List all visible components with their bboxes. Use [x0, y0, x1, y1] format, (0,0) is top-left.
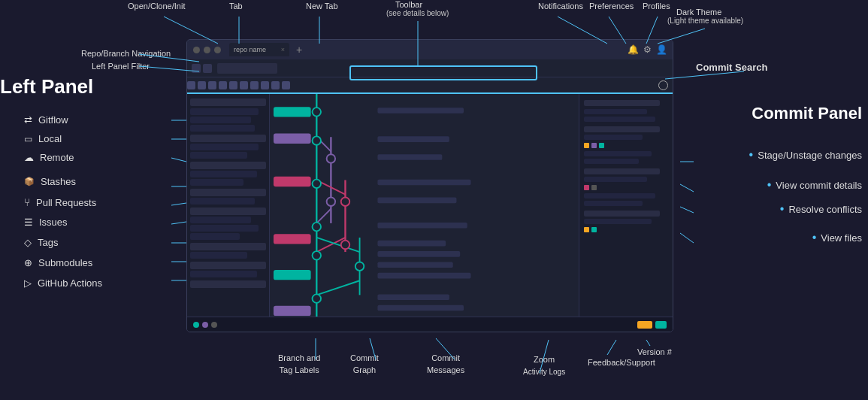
toolbar-btn-3[interactable] — [208, 81, 216, 89]
left-panel-title: Left Panel — [0, 75, 93, 98]
svg-point-48 — [313, 180, 321, 188]
status-bar — [187, 317, 673, 332]
resolve-label: Resolve conflicts — [788, 204, 862, 215]
label-tab: Tab — [229, 2, 243, 11]
remote-icon: ☁ — [24, 152, 34, 163]
label-profiles: Profiles — [643, 2, 670, 11]
toolbar-btn-1[interactable] — [187, 81, 195, 89]
svg-rect-64 — [377, 251, 460, 257]
new-tab-btn[interactable]: + — [293, 44, 305, 56]
branch-dropdown[interactable] — [217, 63, 277, 74]
svg-line-16 — [171, 222, 186, 224]
profiles-icon[interactable]: 👤 — [656, 44, 667, 55]
svg-point-47 — [313, 136, 321, 144]
issues-icon: ☰ — [24, 217, 33, 228]
search-icon[interactable] — [658, 80, 668, 90]
panel-item-submodules: ⊕ Submodules — [24, 257, 92, 268]
label-notifications: Notifications — [538, 2, 583, 11]
svg-line-21 — [680, 184, 694, 192]
label-toolbar-sub: (see details below) — [386, 9, 449, 17]
commit-panel-item-view-commit: • View commit details — [767, 179, 862, 191]
tab-item[interactable]: repo name × — [229, 43, 289, 56]
label-left-panel-filter: Left Panel Filter — [92, 62, 150, 71]
panel-item-pull-requests: ⑂ Pull Requests — [24, 196, 96, 208]
local-icon: ▭ — [24, 134, 32, 144]
toolbar-btn-8[interactable] — [261, 81, 269, 89]
stashes-icon: 📦 — [24, 177, 35, 186]
view-files-bullet: • — [812, 232, 817, 244]
page-container: repo name × + 🔔 ⚙ 👤 — [0, 0, 868, 400]
svg-point-56 — [355, 262, 364, 270]
svg-line-23 — [680, 233, 694, 243]
svg-rect-61 — [377, 197, 456, 203]
label-preferences: Preferences — [589, 2, 634, 11]
remote-label: Remote — [40, 152, 74, 163]
preferences-icon[interactable]: ⚙ — [642, 44, 652, 55]
title-dot-2 — [204, 47, 210, 53]
svg-rect-45 — [274, 306, 311, 316]
label-toolbar: Toolbar — [395, 0, 422, 9]
label-repo-branch-nav: Repo/Branch Navigation — [81, 49, 171, 58]
panel-item-remote: ☁ Remote — [24, 152, 74, 163]
svg-rect-60 — [377, 180, 470, 186]
panel-item-gitflow: ⇄ Gitflow — [24, 114, 68, 126]
resolve-bullet: • — [780, 203, 785, 215]
toolbar-btn-2[interactable] — [198, 81, 206, 89]
gitflow-icon: ⇄ — [24, 114, 32, 126]
label-version-number: Version # — [637, 347, 672, 356]
submodules-icon: ⊕ — [24, 257, 32, 268]
svg-rect-62 — [377, 223, 467, 229]
toolbar-btn-6[interactable] — [240, 81, 248, 89]
svg-rect-68 — [377, 305, 464, 311]
gitflow-label: Gitflow — [38, 114, 68, 126]
svg-rect-65 — [377, 262, 452, 268]
submodules-label: Submodules — [38, 257, 92, 268]
toolbar-btn-9[interactable] — [271, 81, 280, 89]
nav-back-btn[interactable] — [192, 64, 201, 73]
toolbar-btn-4[interactable] — [219, 81, 227, 89]
view-commit-bullet: • — [767, 179, 772, 191]
toolbar-btn-10[interactable] — [282, 81, 290, 89]
svg-line-33 — [316, 209, 331, 223]
sidebar-section-local — [187, 97, 269, 291]
notifications-icon[interactable]: 🔔 — [628, 44, 638, 55]
panel-item-local: ▭ Local — [24, 133, 62, 144]
svg-rect-67 — [377, 294, 449, 300]
issues-label: Issues — [39, 217, 68, 228]
svg-line-28 — [607, 340, 616, 355]
svg-rect-41 — [274, 134, 311, 144]
label-branch-tag-labels: Branch andTag Labels — [278, 353, 320, 376]
github-actions-icon: ▷ — [24, 277, 32, 289]
label-commit-search: Commit Search — [696, 62, 767, 73]
panel-item-tags: ◇ Tags — [24, 237, 58, 248]
label-feedback-support: Feedback/Support — [588, 358, 655, 367]
label-open-clone-init: Open/Clone/Init — [128, 2, 185, 11]
commit-graph-area — [270, 94, 579, 317]
main-content — [187, 94, 673, 317]
svg-rect-66 — [377, 273, 470, 279]
left-sidebar — [187, 94, 270, 317]
svg-point-54 — [341, 197, 349, 205]
title-dot-1 — [193, 47, 200, 53]
label-dark-theme: Dark Theme — [676, 8, 721, 17]
commit-panel-item-view-files: • View files — [812, 232, 862, 244]
label-zoom: ZoomActivity Logs — [523, 354, 565, 377]
label-commit-messages: CommitMessages — [427, 353, 464, 376]
nav-bar — [187, 59, 673, 77]
label-new-tab: New Tab — [306, 2, 338, 11]
stashes-label: Stashes — [41, 176, 76, 187]
commit-panel-item-stage: • Stage/Unstage changes — [749, 149, 862, 161]
toolbar-btn-7[interactable] — [250, 81, 259, 89]
label-commit-graph: CommitGraph — [350, 353, 379, 376]
pull-requests-icon: ⑂ — [24, 196, 30, 208]
svg-rect-43 — [274, 234, 311, 244]
svg-rect-63 — [377, 241, 446, 247]
local-label: Local — [38, 133, 62, 144]
panel-item-stashes: 📦 Stashes — [24, 176, 76, 187]
right-panel — [579, 94, 673, 317]
toolbar-btn-5[interactable] — [229, 81, 237, 89]
svg-rect-42 — [274, 177, 311, 186]
svg-line-39 — [316, 280, 359, 295]
nav-forward-btn[interactable] — [203, 64, 212, 73]
svg-line-38 — [316, 238, 359, 252]
